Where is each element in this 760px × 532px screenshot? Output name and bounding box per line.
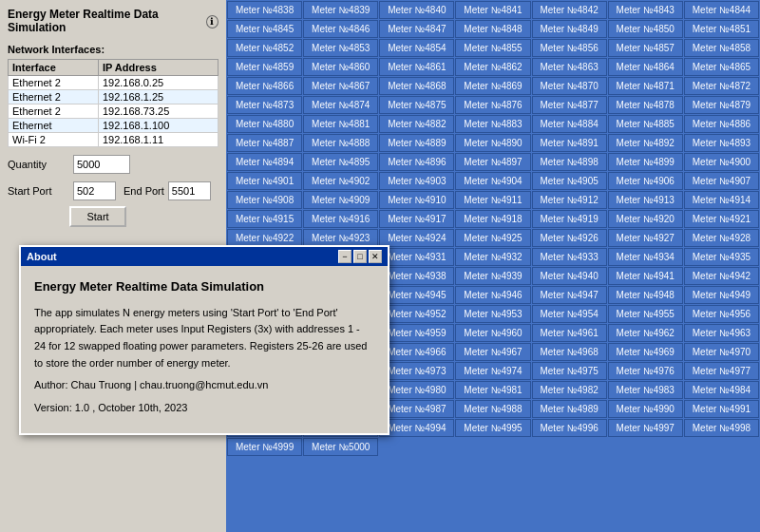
minimize-button[interactable]: −	[338, 250, 352, 263]
meter-cell[interactable]: Meter №4897	[455, 153, 530, 171]
meter-cell[interactable]: Meter №4861	[379, 58, 454, 76]
meter-cell[interactable]: Meter №4980	[379, 381, 454, 399]
meter-cell[interactable]: Meter №4998	[684, 419, 759, 437]
meter-cell[interactable]: Meter №4953	[455, 305, 530, 323]
meter-cell[interactable]: Meter №4933	[532, 248, 607, 266]
meter-cell[interactable]: Meter №4984	[684, 381, 759, 399]
meter-cell[interactable]: Meter №4916	[303, 210, 378, 228]
meter-cell[interactable]: Meter №4889	[379, 134, 454, 152]
meter-cell[interactable]: Meter №4919	[532, 210, 607, 228]
meter-cell[interactable]: Meter №4855	[455, 39, 530, 57]
meter-cell[interactable]: Meter №4918	[455, 210, 530, 228]
meter-cell[interactable]: Meter №4981	[455, 381, 530, 399]
meter-cell[interactable]: Meter №4947	[532, 286, 607, 304]
meter-cell[interactable]: Meter №4874	[303, 96, 378, 114]
meter-cell[interactable]: Meter №4939	[455, 267, 530, 285]
meter-cell[interactable]: Meter №4941	[608, 267, 683, 285]
meter-cell[interactable]: Meter №4970	[684, 343, 759, 361]
meter-cell[interactable]: Meter №4917	[379, 210, 454, 228]
meter-cell[interactable]: Meter №4995	[455, 419, 530, 437]
meter-cell[interactable]: Meter №4956	[684, 305, 759, 323]
meter-cell[interactable]: Meter №4967	[455, 343, 530, 361]
meter-cell[interactable]: Meter №4969	[608, 343, 683, 361]
meter-cell[interactable]: Meter №4961	[532, 324, 607, 342]
meter-cell[interactable]: Meter №4871	[608, 77, 683, 95]
meter-cell[interactable]: Meter №4890	[455, 134, 530, 152]
meter-cell[interactable]: Meter №4963	[684, 324, 759, 342]
info-icon[interactable]: ℹ	[206, 15, 218, 28]
meter-cell[interactable]: Meter №4851	[684, 20, 759, 38]
meter-cell[interactable]: Meter №4949	[684, 286, 759, 304]
meter-cell[interactable]: Meter №4902	[303, 172, 378, 190]
end-port-input[interactable]	[168, 181, 211, 200]
meter-cell[interactable]: Meter №4975	[532, 362, 607, 380]
meter-cell[interactable]: Meter №4974	[455, 362, 530, 380]
meter-cell[interactable]: Meter №4999	[227, 438, 302, 456]
meter-cell[interactable]: Meter №4883	[455, 115, 530, 133]
meter-cell[interactable]: Meter №4952	[379, 305, 454, 323]
meter-cell[interactable]: Meter №4841	[455, 1, 530, 19]
meter-cell[interactable]: Meter №4960	[455, 324, 530, 342]
meter-cell[interactable]: Meter №4910	[379, 191, 454, 209]
meter-cell[interactable]: Meter №4945	[379, 286, 454, 304]
meter-cell[interactable]: Meter №4863	[532, 58, 607, 76]
meter-cell[interactable]: Meter №4915	[227, 210, 302, 228]
meter-cell[interactable]: Meter №4845	[227, 20, 302, 38]
meter-cell[interactable]: Meter №5000	[303, 438, 378, 456]
meter-cell[interactable]: Meter №4895	[303, 153, 378, 171]
meter-cell[interactable]: Meter №4982	[532, 381, 607, 399]
meter-cell[interactable]: Meter №4868	[379, 77, 454, 95]
meter-cell[interactable]: Meter №4966	[379, 343, 454, 361]
meter-cell[interactable]: Meter №4932	[455, 248, 530, 266]
meter-cell[interactable]: Meter №4991	[684, 400, 759, 418]
meter-cell[interactable]: Meter №4882	[379, 115, 454, 133]
meter-cell[interactable]: Meter №4976	[608, 362, 683, 380]
meter-cell[interactable]: Meter №4946	[455, 286, 530, 304]
meter-cell[interactable]: Meter №4892	[608, 134, 683, 152]
meter-cell[interactable]: Meter №4928	[684, 229, 759, 247]
meter-cell[interactable]: Meter №4873	[227, 96, 302, 114]
meter-cell[interactable]: Meter №4867	[303, 77, 378, 95]
meter-cell[interactable]: Meter №4872	[684, 77, 759, 95]
meter-cell[interactable]: Meter №4997	[608, 419, 683, 437]
meter-cell[interactable]: Meter №4914	[684, 191, 759, 209]
meter-cell[interactable]: Meter №4850	[608, 20, 683, 38]
meter-cell[interactable]: Meter №4906	[608, 172, 683, 190]
meter-cell[interactable]: Meter №4990	[608, 400, 683, 418]
meter-cell[interactable]: Meter №4942	[684, 267, 759, 285]
meter-cell[interactable]: Meter №4977	[684, 362, 759, 380]
meter-cell[interactable]: Meter №4925	[455, 229, 530, 247]
meter-cell[interactable]: Meter №4876	[455, 96, 530, 114]
start-port-input[interactable]	[73, 181, 116, 200]
meter-cell[interactable]: Meter №4973	[379, 362, 454, 380]
meter-cell[interactable]: Meter №4875	[379, 96, 454, 114]
meter-cell[interactable]: Meter №4856	[532, 39, 607, 57]
meter-cell[interactable]: Meter №4912	[532, 191, 607, 209]
meter-cell[interactable]: Meter №4870	[532, 77, 607, 95]
meter-cell[interactable]: Meter №4913	[608, 191, 683, 209]
meter-cell[interactable]: Meter №4858	[684, 39, 759, 57]
meter-cell[interactable]: Meter №4877	[532, 96, 607, 114]
meter-cell[interactable]: Meter №4907	[684, 172, 759, 190]
meter-cell[interactable]: Meter №4931	[379, 248, 454, 266]
meter-cell[interactable]: Meter №4853	[303, 39, 378, 57]
meter-cell[interactable]: Meter №4983	[608, 381, 683, 399]
meter-cell[interactable]: Meter №4888	[303, 134, 378, 152]
meter-cell[interactable]: Meter №4878	[608, 96, 683, 114]
meter-cell[interactable]: Meter №4924	[379, 229, 454, 247]
meter-cell[interactable]: Meter №4846	[303, 20, 378, 38]
meter-cell[interactable]: Meter №4849	[532, 20, 607, 38]
meter-cell[interactable]: Meter №4848	[455, 20, 530, 38]
meter-cell[interactable]: Meter №4934	[608, 248, 683, 266]
meter-cell[interactable]: Meter №4842	[532, 1, 607, 19]
meter-cell[interactable]: Meter №4884	[532, 115, 607, 133]
start-button[interactable]: Start	[69, 206, 126, 227]
meter-cell[interactable]: Meter №4955	[608, 305, 683, 323]
meter-cell[interactable]: Meter №4935	[684, 248, 759, 266]
meter-cell[interactable]: Meter №4903	[379, 172, 454, 190]
meter-cell[interactable]: Meter №4987	[379, 400, 454, 418]
quantity-input[interactable]	[73, 155, 130, 174]
meter-cell[interactable]: Meter №4852	[227, 39, 302, 57]
meter-cell[interactable]: Meter №4908	[227, 191, 302, 209]
meter-cell[interactable]: Meter №4843	[608, 1, 683, 19]
